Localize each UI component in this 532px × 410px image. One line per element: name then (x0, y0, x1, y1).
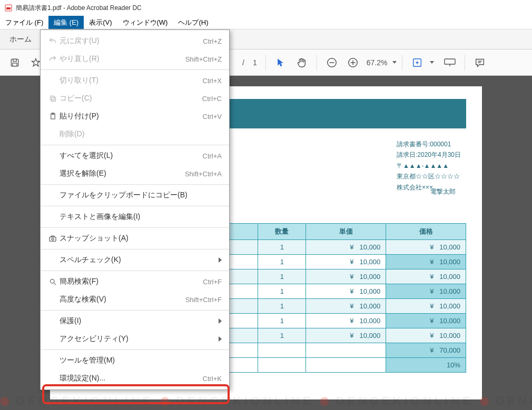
zoom-out-button[interactable] (322, 53, 341, 72)
sparkle-tool-button[interactable] (408, 53, 427, 72)
tab-home[interactable]: ホーム (0, 29, 42, 49)
chevron-right-icon (219, 257, 222, 263)
camera-icon (46, 235, 60, 242)
menu-cut[interactable]: 切り取り(T)Ctrl+X (41, 72, 229, 89)
svg-line-27 (54, 283, 56, 285)
col-price: 価格 (386, 224, 466, 240)
redo-icon (46, 55, 60, 63)
svg-rect-4 (13, 63, 17, 66)
invoice-info: 請求書番号:000001 請求日:2020年4月30日 〒▲▲▲-▲▲▲▲ 東京… (397, 139, 461, 193)
search-icon (46, 278, 60, 286)
menu-find[interactable]: 簡易検索(F)Ctrl+F (41, 273, 229, 291)
menu-paste[interactable]: 貼り付け(P)Ctrl+V (41, 107, 229, 125)
svg-marker-5 (32, 58, 40, 66)
copy-icon (46, 95, 60, 103)
comment-tool-button[interactable] (470, 53, 489, 72)
menu-advanced-find[interactable]: 高度な検索(V)Shift+Ctrl+F (41, 291, 229, 308)
window-title: 簡易請求書1.pdf - Adobe Acrobat Reader DC (16, 4, 142, 13)
save-button[interactable] (5, 53, 24, 72)
menu-edit-text-image[interactable]: テキストと画像を編集(I) (41, 208, 229, 226)
menu-copy[interactable]: コピー(C)Ctrl+C (41, 89, 229, 107)
menu-manage-tools[interactable]: ツールを管理(M) (41, 352, 229, 369)
zoom-in-button[interactable] (343, 53, 362, 72)
sparkle-dropdown-caret[interactable] (430, 61, 434, 64)
svg-rect-1 (6, 7, 11, 9)
menu-undo[interactable]: 元に戻す(U)Ctrl+Z (41, 32, 229, 50)
menu-preferences[interactable]: 環境設定(N)...Ctrl+K (41, 369, 229, 387)
col-qty: 数量 (258, 224, 306, 240)
menu-view[interactable]: 表示(V) (84, 16, 117, 29)
svg-rect-23 (50, 237, 56, 241)
menu-delete[interactable]: 削除(D) (41, 125, 229, 143)
menubar: ファイル (F) 編集 (E) 表示(V) ウィンドウ(W) ヘルプ(H) (0, 16, 532, 29)
menu-redo[interactable]: やり直し(R)Shift+Ctrl+Z (41, 50, 229, 68)
undo-icon (46, 37, 60, 45)
svg-rect-12 (445, 59, 455, 64)
svg-point-24 (52, 238, 54, 240)
menu-file[interactable]: ファイル (F) (0, 16, 48, 29)
menu-help[interactable]: ヘルプ(H) (173, 16, 213, 29)
zoom-dropdown-caret[interactable] (392, 61, 397, 64)
chevron-right-icon (219, 336, 222, 342)
stamp-name: 電撃太郎 (430, 187, 456, 196)
menu-deselect[interactable]: 選択を解除(E)Shift+Ctrl+A (41, 165, 229, 183)
menu-protect[interactable]: 保護(I) (41, 312, 229, 330)
svg-rect-3 (13, 59, 17, 61)
col-unit: 単価 (306, 224, 386, 240)
menu-accessibility[interactable]: アクセシビリティ(Y) (41, 330, 229, 348)
menu-select-all[interactable]: すべてを選択(L)Ctrl+A (41, 147, 229, 165)
menu-edit[interactable]: 編集 (E) (48, 16, 84, 29)
svg-rect-20 (50, 96, 54, 100)
paste-icon (46, 112, 60, 121)
edit-menu-dropdown: 元に戻す(U)Ctrl+Z やり直し(R)Shift+Ctrl+Z 切り取り(T… (40, 29, 230, 390)
zoom-value[interactable]: 67.2% (364, 58, 390, 67)
page-total: 1 (250, 58, 260, 67)
menu-copy-file-to-clipboard[interactable]: ファイルをクリップボードにコピー(B) (41, 186, 229, 204)
pdf-icon (4, 4, 13, 12)
chevron-right-icon (219, 318, 222, 324)
selection-tool-button[interactable] (271, 53, 290, 72)
svg-rect-19 (52, 97, 56, 102)
menu-window[interactable]: ウィンドウ(W) (117, 16, 173, 29)
hand-tool-button[interactable] (292, 53, 311, 72)
page-separator: / (239, 58, 248, 67)
menu-snapshot[interactable]: スナップショット(A) (41, 229, 229, 247)
keyboard-tool-button[interactable] (440, 53, 459, 72)
titlebar: 簡易請求書1.pdf - Adobe Acrobat Reader DC (0, 0, 532, 16)
menu-spellcheck[interactable]: スペルチェック(K) (41, 251, 229, 269)
svg-point-26 (50, 279, 54, 283)
svg-rect-25 (51, 236, 54, 237)
